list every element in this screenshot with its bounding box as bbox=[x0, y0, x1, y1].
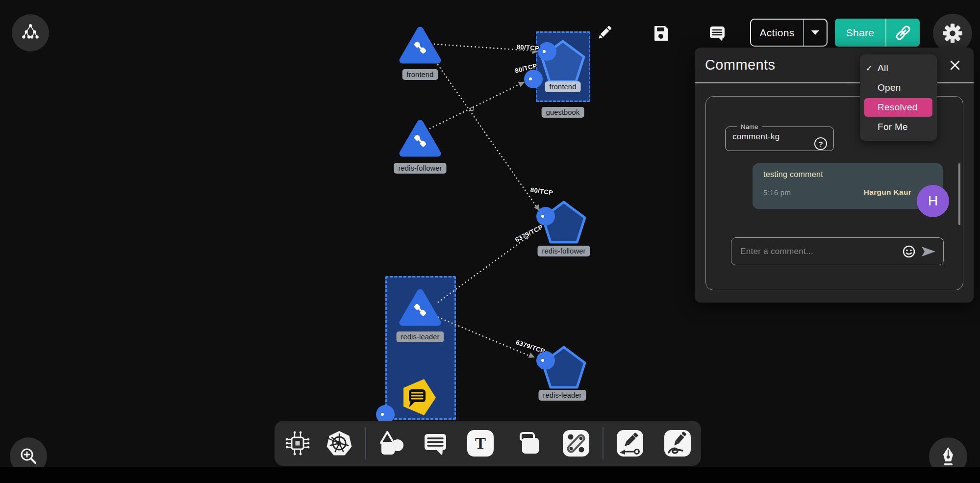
text-glyph: T bbox=[475, 435, 486, 452]
infra-tool-button[interactable] bbox=[284, 430, 311, 457]
node-label: redis-follower bbox=[537, 246, 590, 256]
text-tool-button[interactable]: T bbox=[467, 430, 494, 457]
share-button[interactable]: Share bbox=[835, 19, 920, 47]
kubernetes-icon bbox=[326, 430, 353, 457]
copy-link-button[interactable] bbox=[886, 19, 920, 47]
close-icon bbox=[948, 58, 962, 72]
filter-option-open[interactable]: Open bbox=[860, 78, 937, 98]
comment-text: testing comment bbox=[763, 170, 823, 179]
pencil-scribble-icon bbox=[664, 430, 691, 457]
save-icon bbox=[653, 25, 669, 42]
share-button-label: Share bbox=[835, 19, 885, 47]
chain-link-icon bbox=[563, 430, 589, 457]
frame-tool-button[interactable] bbox=[516, 430, 543, 457]
comment-input[interactable] bbox=[740, 247, 897, 256]
help-icon[interactable]: ? bbox=[814, 137, 827, 150]
send-comment-button[interactable] bbox=[921, 245, 936, 258]
shapes-tool-button[interactable] bbox=[377, 430, 405, 457]
node-label: redis-leader bbox=[539, 390, 586, 401]
actions-dropdown-toggle[interactable] bbox=[804, 20, 827, 46]
node-label: redis-follower bbox=[394, 163, 446, 174]
scrollbar-thumb[interactable] bbox=[958, 163, 960, 225]
link-icon bbox=[894, 24, 912, 42]
node-label: redis-leader bbox=[397, 331, 444, 342]
actions-button-label: Actions bbox=[751, 20, 803, 46]
actions-button[interactable]: Actions bbox=[750, 19, 828, 47]
save-button[interactable] bbox=[653, 25, 669, 42]
filter-option-resolved[interactable]: Resolved bbox=[864, 98, 932, 117]
comment-item[interactable]: testing comment 5:16 pm Hargun Kaur bbox=[753, 163, 943, 209]
tools-toolbar: T bbox=[275, 421, 701, 466]
filter-option-label: Open bbox=[878, 82, 901, 93]
text-tool-icon: T bbox=[467, 430, 494, 457]
comment-author: Hargun Kaur bbox=[864, 188, 911, 197]
filter-option-label: For Me bbox=[878, 122, 908, 132]
comment-name-field[interactable]: Name comment-kg ? bbox=[725, 123, 834, 151]
comments-toggle-button[interactable] bbox=[709, 25, 726, 41]
help-glyph: ? bbox=[818, 140, 823, 148]
comment-tool-button[interactable] bbox=[422, 430, 449, 457]
comment-name-field-label: Name bbox=[737, 123, 762, 130]
group-label: guestbook bbox=[542, 107, 584, 118]
comment-input-row bbox=[731, 237, 944, 265]
app-canvas: 80/TCP 80/TCP 80/TCP 6379/TCP 6379/TCP bbox=[0, 0, 980, 483]
service-node-redis-leader[interactable] bbox=[399, 288, 441, 327]
comment-name-field-value: comment-kg bbox=[732, 130, 827, 142]
pencil-icon bbox=[596, 25, 613, 41]
avatar-initial: H bbox=[928, 193, 938, 209]
port-circle[interactable] bbox=[536, 207, 555, 226]
filter-option-label: All bbox=[878, 63, 888, 74]
filter-option-for-me[interactable]: For Me bbox=[860, 117, 937, 137]
emoji-picker-button[interactable] bbox=[902, 245, 916, 258]
comments-panel-title: Comments bbox=[705, 57, 775, 73]
check-icon: ✓ bbox=[866, 64, 873, 73]
send-icon bbox=[921, 245, 936, 258]
pen-tool-button[interactable] bbox=[617, 430, 643, 457]
close-panel-button[interactable] bbox=[948, 58, 962, 72]
filter-option-all[interactable]: ✓ All bbox=[860, 58, 937, 78]
comment-icon bbox=[422, 430, 449, 457]
filter-option-label: Resolved bbox=[878, 102, 918, 113]
shapes-icon bbox=[377, 430, 405, 457]
kubernetes-tool-button[interactable] bbox=[326, 430, 353, 457]
port-circle[interactable] bbox=[524, 70, 543, 88]
circuit-chip-icon bbox=[284, 430, 311, 457]
toolbar-divider bbox=[603, 427, 603, 459]
service-node-frontend[interactable] bbox=[399, 25, 441, 65]
toolbar-divider bbox=[365, 427, 366, 459]
pencil-draw-tool-button[interactable] bbox=[664, 430, 691, 457]
edit-pencil-button[interactable] bbox=[596, 25, 613, 41]
frame-icon bbox=[516, 430, 543, 457]
actions-divider bbox=[803, 20, 804, 46]
comment-marker-pin[interactable] bbox=[402, 377, 438, 419]
port-circle[interactable] bbox=[536, 351, 555, 370]
node-label: frontend bbox=[402, 69, 438, 80]
edge-label: 80/TCP bbox=[516, 43, 539, 52]
port-circle[interactable] bbox=[538, 42, 556, 61]
node-label: frontend bbox=[545, 81, 581, 92]
smiley-icon bbox=[902, 245, 916, 258]
comment-timestamp: 5:16 pm bbox=[763, 188, 791, 197]
comment-icon bbox=[709, 25, 726, 41]
connector-tool-button[interactable] bbox=[563, 430, 589, 457]
pen-bezier-icon bbox=[617, 430, 643, 457]
comments-filter-menu: ✓ All Open Resolved For Me bbox=[860, 54, 937, 141]
avatar: H bbox=[917, 185, 949, 217]
chevron-down-icon bbox=[811, 30, 819, 35]
service-node-redis-follower[interactable] bbox=[399, 119, 441, 158]
